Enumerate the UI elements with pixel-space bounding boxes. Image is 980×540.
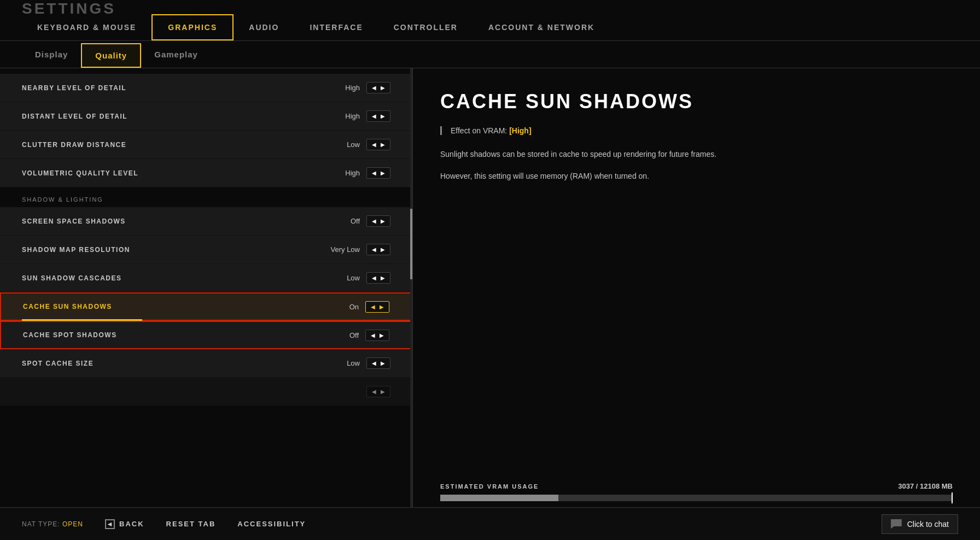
info-title: CACHE SUN SHADOWS — [440, 90, 953, 113]
arrow-left[interactable]: ◀ — [370, 246, 378, 253]
back-arrow-icon: ◀ — [105, 519, 115, 529]
info-content: CACHE SUN SHADOWS Effect on VRAM: [High]… — [440, 90, 953, 482]
setting-volumetric[interactable]: VOLUMETRIC QUALITY LEVEL High ◀ ▶ — [0, 159, 412, 187]
arrows-screen-space[interactable]: ◀ ▶ — [366, 215, 390, 227]
nav-keyboard-mouse[interactable]: KEYBOARD & MOUSE — [22, 15, 151, 39]
arrows-cache-sun[interactable]: ◀ ▶ — [365, 301, 389, 313]
arrows-spot-cache[interactable]: ◀ ▶ — [366, 357, 390, 369]
arrow-right[interactable]: ▶ — [379, 360, 387, 366]
arrow-right[interactable]: ▶ — [379, 218, 387, 224]
arrow-left[interactable]: ◀ — [370, 113, 378, 119]
nat-type: NAT TYPE: OPEN — [22, 520, 83, 528]
arrows-partial[interactable]: ◀ ▶ — [366, 386, 390, 397]
chat-button[interactable]: Click to chat — [882, 514, 958, 534]
setting-partial[interactable]: ◀ ▶ — [0, 378, 412, 406]
arrow-left[interactable]: ◀ — [370, 389, 378, 395]
vram-effect-value: [High] — [509, 126, 531, 135]
main-layout: NEARBY LEVEL OF DETAIL High ◀ ▶ DISTANT … — [0, 68, 980, 537]
nav-account-network[interactable]: ACCOUNT & NETWORK — [473, 15, 610, 39]
setting-sun-shadow-cascades[interactable]: SUN SHADOW CASCADES Low ◀ ▶ — [0, 264, 412, 292]
arrow-right[interactable]: ▶ — [378, 304, 386, 310]
info-desc-2: However, this setting will use memory (R… — [440, 170, 953, 183]
nav-controller[interactable]: CONTROLLER — [378, 15, 473, 39]
arrows-clutter[interactable]: ◀ ▶ — [366, 139, 390, 150]
nav-interface[interactable]: INTERFACE — [294, 15, 378, 39]
vram-effect-label: Effect on VRAM: — [451, 126, 507, 135]
arrow-left[interactable]: ◀ — [370, 275, 378, 281]
arrow-right[interactable]: ▶ — [379, 170, 387, 176]
arrow-left[interactable]: ◀ — [370, 360, 378, 366]
vram-bar-used — [440, 495, 558, 501]
setting-spot-cache-size[interactable]: SPOT CACHE SIZE Low ◀ ▶ — [0, 349, 412, 378]
arrow-right[interactable]: ▶ — [379, 142, 387, 148]
tab-quality[interactable]: Quality — [81, 43, 141, 68]
arrow-left[interactable]: ◀ — [369, 332, 377, 338]
section-shadow-lighting: SHADOW & LIGHTING — [0, 187, 412, 207]
nat-value: OPEN — [62, 520, 83, 528]
bottom-bar: NAT TYPE: OPEN ◀ BACK RESET TAB ACCESSIB… — [0, 507, 980, 540]
arrows-shadow-map[interactable]: ◀ ▶ — [366, 244, 390, 255]
arrow-left[interactable]: ◀ — [369, 304, 377, 310]
arrow-right[interactable]: ▶ — [379, 275, 387, 281]
setting-nearby-lod[interactable]: NEARBY LEVEL OF DETAIL High ◀ ▶ — [0, 74, 412, 102]
arrows-sun-cascade[interactable]: ◀ ▶ — [366, 272, 390, 284]
back-button[interactable]: ◀ BACK — [105, 519, 144, 529]
vram-max-line — [952, 492, 953, 503]
arrows-cache-spot[interactable]: ◀ ▶ — [365, 330, 389, 341]
vram-numbers: 3037 / 12108 MB — [898, 482, 953, 490]
tab-gameplay[interactable]: Gameplay — [141, 43, 211, 68]
arrow-left[interactable]: ◀ — [370, 218, 378, 224]
info-desc-1: Sunlight shadows can be stored in cache … — [440, 148, 953, 161]
arrow-right[interactable]: ▶ — [379, 246, 387, 253]
nav-graphics[interactable]: GRAPHICS — [151, 14, 234, 40]
chat-label: Click to chat — [907, 520, 949, 529]
chat-icon — [891, 519, 902, 529]
vram-bar — [440, 495, 953, 501]
nav-audio[interactable]: AUDIO — [234, 15, 294, 39]
arrow-left[interactable]: ◀ — [370, 170, 378, 176]
arrows-nearby-lod[interactable]: ◀ ▶ — [366, 82, 390, 93]
accessibility-button[interactable]: ACCESSIBILITY — [237, 520, 306, 528]
arrows-volumetric[interactable]: ◀ ▶ — [366, 167, 390, 179]
scrollbar-thumb[interactable] — [410, 209, 412, 279]
setting-cache-sun-shadows[interactable]: CACHE SUN SHADOWS On ◀ ▶ — [0, 292, 412, 321]
reset-tab-button[interactable]: RESET TAB — [166, 520, 216, 528]
arrow-right[interactable]: ▶ — [378, 332, 386, 338]
arrow-left[interactable]: ◀ — [370, 85, 378, 91]
vram-title: ESTIMATED VRAM USAGE — [440, 483, 539, 490]
setting-clutter-draw[interactable]: CLUTTER DRAW DISTANCE Low ◀ ▶ — [0, 131, 412, 159]
setting-distant-lod[interactable]: DISTANT LEVEL OF DETAIL High ◀ ▶ — [0, 102, 412, 131]
settings-panel: NEARBY LEVEL OF DETAIL High ◀ ▶ DISTANT … — [0, 68, 413, 537]
setting-screen-space-shadows[interactable]: SCREEN SPACE SHADOWS Off ◀ ▶ — [0, 207, 412, 236]
vram-effect: Effect on VRAM: [High] — [440, 126, 953, 135]
arrow-right[interactable]: ▶ — [379, 113, 387, 119]
top-nav: KEYBOARD & MOUSE GRAPHICS AUDIO INTERFAC… — [0, 4, 980, 41]
arrows-distant-lod[interactable]: ◀ ▶ — [366, 110, 390, 122]
sub-tabs: Display Quality Gameplay — [0, 43, 980, 68]
setting-shadow-map-res[interactable]: SHADOW MAP RESOLUTION Very Low ◀ ▶ — [0, 236, 412, 264]
vram-header: ESTIMATED VRAM USAGE 3037 / 12108 MB — [440, 482, 953, 490]
arrow-left[interactable]: ◀ — [370, 142, 378, 148]
arrow-right[interactable]: ▶ — [379, 389, 387, 395]
setting-cache-spot-shadows[interactable]: CACHE SPOT SHADOWS Off ◀ ▶ — [0, 321, 412, 349]
tab-display[interactable]: Display — [22, 43, 81, 68]
scrollbar-track[interactable] — [410, 68, 412, 537]
info-panel: CACHE SUN SHADOWS Effect on VRAM: [High]… — [413, 68, 980, 537]
arrow-right[interactable]: ▶ — [379, 85, 387, 91]
